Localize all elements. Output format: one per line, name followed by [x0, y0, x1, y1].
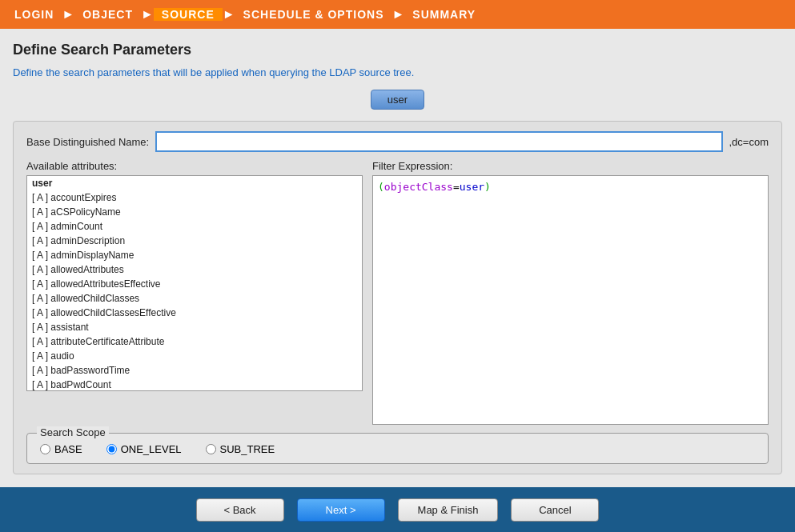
scope-sub-tree[interactable]: SUB_TREE — [206, 443, 275, 455]
attr-list-item[interactable]: [ A ] adminDescription — [27, 234, 362, 248]
attr-list-item[interactable]: [ A ] adminDisplayName — [27, 248, 362, 262]
attr-list-item[interactable]: [ A ] badPasswordTime — [27, 363, 362, 378]
scope-base[interactable]: BASE — [40, 443, 82, 455]
dn-input[interactable] — [155, 131, 722, 152]
dn-label: Base Distinguished Name: — [26, 136, 149, 148]
attributes-column: Available attributes: user[ A ] accountE… — [26, 160, 363, 425]
filter-label: Filter Expression: — [372, 160, 769, 172]
scope-legend: Search Scope — [37, 426, 109, 438]
top-nav: LOGIN ► OBJECT ► SOURCE ► SCHEDULE & OPT… — [0, 0, 795, 29]
scope-one-level-radio[interactable] — [106, 444, 117, 454]
nav-login[interactable]: LOGIN — [6, 8, 62, 21]
page-title: Define Search Parameters — [13, 42, 782, 58]
scope-one-level-label: ONE_LEVEL — [121, 443, 182, 455]
scope-base-radio[interactable] — [40, 444, 50, 454]
main-content: Define Search Parameters Define the sear… — [0, 29, 795, 487]
map-finish-button[interactable]: Map & Finish — [398, 498, 499, 522]
attr-list-item[interactable]: [ A ] assistant — [27, 320, 362, 334]
dc-suffix: ,dc=com — [729, 136, 769, 148]
nav-source[interactable]: SOURCE — [154, 8, 223, 21]
two-col: Available attributes: user[ A ] accountE… — [26, 160, 769, 425]
attributes-label: Available attributes: — [26, 160, 363, 172]
attr-list-item[interactable]: [ A ] allowedAttributesEffective — [27, 277, 362, 291]
filter-column: Filter Expression: (objectClass=user) — [372, 160, 769, 425]
attr-list-item[interactable]: [ A ] aCSPolicyName — [27, 205, 362, 219]
filter-expression-display[interactable]: (objectClass=user) — [372, 175, 769, 425]
object-type-button[interactable]: user — [371, 90, 424, 110]
scope-options: BASE ONE_LEVEL SUB_TREE — [40, 443, 755, 455]
nav-arrow-2: ► — [141, 7, 154, 22]
bottom-bar: < Back Next > Map & Finish Cancel — [0, 487, 795, 532]
dn-row: Base Distinguished Name: ,dc=com — [26, 131, 769, 152]
search-scope-group: Search Scope BASE ONE_LEVEL SUB_TREE — [26, 433, 769, 464]
scope-sub-tree-label: SUB_TREE — [220, 443, 275, 455]
nav-summary[interactable]: SUMMARY — [404, 8, 484, 21]
attr-list-item[interactable]: [ A ] badPwdCount — [27, 378, 362, 391]
nav-arrow-1: ► — [62, 7, 74, 22]
back-button[interactable]: < Back — [196, 498, 284, 522]
next-button[interactable]: Next > — [297, 498, 385, 522]
nav-schedule[interactable]: SCHEDULE & OPTIONS — [235, 8, 392, 21]
attr-list-item[interactable]: user — [27, 176, 362, 190]
attr-list-item[interactable]: [ A ] adminCount — [27, 219, 362, 234]
attr-list-item[interactable]: [ A ] accountExpires — [27, 190, 362, 205]
scope-sub-tree-radio[interactable] — [206, 444, 216, 454]
attr-list-item[interactable]: [ A ] allowedChildClasses — [27, 291, 362, 306]
scope-base-label: BASE — [54, 443, 82, 455]
nav-arrow-4: ► — [391, 7, 404, 22]
cancel-button[interactable]: Cancel — [511, 498, 599, 522]
nav-arrow-3: ► — [223, 7, 235, 22]
form-panel: Base Distinguished Name: ,dc=com Availab… — [13, 121, 782, 474]
attr-list-item[interactable]: [ A ] allowedChildClassesEffective — [27, 306, 362, 320]
attributes-listbox[interactable]: user[ A ] accountExpires[ A ] aCSPolicyN… — [26, 175, 363, 391]
page-subtitle: Define the search parameters that will b… — [13, 66, 782, 78]
nav-object[interactable]: OBJECT — [74, 8, 141, 21]
attr-list-item[interactable]: [ A ] allowedAttributes — [27, 262, 362, 277]
attr-list-item[interactable]: [ A ] audio — [27, 349, 362, 363]
scope-one-level[interactable]: ONE_LEVEL — [106, 443, 182, 455]
object-type-row: user — [13, 90, 782, 110]
attr-list-item[interactable]: [ A ] attributeCertificateAttribute — [27, 334, 362, 349]
